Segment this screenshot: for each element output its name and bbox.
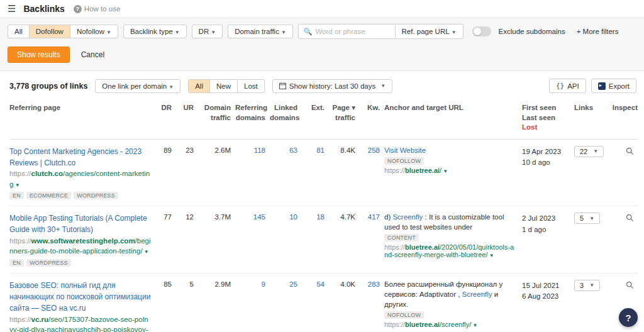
api-button[interactable]: {}API bbox=[549, 79, 586, 93]
col-referring-page[interactable]: Referring page bbox=[9, 103, 151, 113]
search-input[interactable] bbox=[316, 25, 390, 38]
col-links[interactable]: Links bbox=[574, 103, 607, 113]
anchor-link[interactable]: Visit Website bbox=[384, 147, 426, 154]
col-ext[interactable]: Ext. bbox=[302, 103, 325, 113]
table-row: Mobile App Testing Tutorials (A Complete… bbox=[9, 206, 638, 274]
inspect-magnifier-icon[interactable] bbox=[626, 213, 634, 224]
tag-badge: WORDPRESS bbox=[74, 192, 118, 199]
col-referring-domains[interactable]: Referring domains bbox=[235, 103, 265, 123]
tab-all[interactable]: All bbox=[189, 80, 210, 92]
referring-domains-value: 118 bbox=[235, 145, 265, 154]
last-seen-date: 1 d ago bbox=[522, 224, 570, 235]
filter-row: All Dofollow Nofollow▼ Backlink type▼ DR… bbox=[8, 24, 636, 39]
chevron-down-icon[interactable]: ▼ bbox=[471, 323, 477, 328]
seen-dates-cell: 15 Jul 20216 Aug 2023 bbox=[522, 279, 570, 302]
chevron-down-icon[interactable]: ▼ bbox=[13, 182, 19, 188]
referring-page-link[interactable]: Top Content Marketing Agencies - 2023 Re… bbox=[9, 147, 142, 167]
col-dr[interactable]: DR bbox=[155, 103, 172, 113]
linked-domains-value-link[interactable]: 10 bbox=[289, 213, 297, 221]
export-icon bbox=[598, 82, 606, 90]
ext-value-link[interactable]: 18 bbox=[316, 213, 325, 221]
help-bubble-button[interactable]: ? bbox=[619, 308, 638, 327]
referring-page-title: Mobile App Testing Tutorials (A Complete… bbox=[9, 212, 151, 235]
col-page-traffic[interactable]: Page ▾ traffic bbox=[329, 103, 355, 123]
anchor-target-cell: d) Screenfly : It is a customizable tool… bbox=[384, 212, 518, 258]
help-circle-icon: ? bbox=[74, 5, 82, 13]
first-seen-date: 19 Apr 2023 bbox=[522, 147, 570, 157]
chevron-down-icon[interactable]: ▼ bbox=[441, 169, 448, 174]
ext-value-link[interactable]: 81 bbox=[316, 147, 325, 154]
filter-nofollow[interactable]: Nofollow▼ bbox=[70, 25, 118, 38]
chevron-down-icon: ▼ bbox=[589, 216, 594, 221]
referring-page-link[interactable]: Базовое SEO: полный гид для начинающих п… bbox=[9, 281, 150, 313]
kw-value: 258 bbox=[360, 145, 380, 154]
cancel-button[interactable]: Cancel bbox=[81, 50, 104, 59]
col-anchor[interactable]: Anchor and target URL bbox=[384, 103, 518, 113]
show-results-button[interactable]: Show results bbox=[8, 47, 70, 63]
exclude-subdomains-toggle[interactable] bbox=[472, 26, 491, 36]
seen-dates-cell: 2 Jul 20231 d ago bbox=[522, 212, 570, 235]
kw-value-link[interactable]: 283 bbox=[368, 280, 380, 288]
anchor-link[interactable]: Screenfly bbox=[462, 290, 492, 298]
linked-domains-value-link[interactable]: 63 bbox=[289, 147, 297, 154]
ext-value-link[interactable]: 54 bbox=[316, 280, 325, 288]
tab-lost[interactable]: Lost bbox=[238, 80, 264, 92]
referring-domains-value-link[interactable]: 9 bbox=[262, 280, 265, 288]
linked-domains-value-link[interactable]: 25 bbox=[289, 280, 297, 288]
url-scheme: https:// bbox=[9, 237, 31, 245]
inspect-magnifier-icon[interactable] bbox=[626, 280, 634, 291]
url-scheme: https:// bbox=[384, 321, 405, 328]
last-seen-date: 10 d ago bbox=[522, 157, 570, 168]
tag-badge: CONTENT bbox=[384, 234, 419, 241]
kw-value-link[interactable]: 258 bbox=[368, 147, 380, 154]
url-path: /screenfly/ bbox=[440, 321, 471, 328]
filter-dofollow[interactable]: Dofollow bbox=[30, 25, 70, 38]
referring-page-link[interactable]: Mobile App Testing Tutorials (A Complete… bbox=[9, 214, 147, 234]
filter-all[interactable]: All bbox=[8, 25, 30, 38]
col-first-seen[interactable]: First seen Last seenLost bbox=[522, 103, 570, 133]
inspect-cell bbox=[611, 145, 638, 158]
url-domain: www.softwaretestinghelp.com bbox=[31, 237, 135, 245]
link-mode-dropdown[interactable]: One link per domain▼ bbox=[95, 79, 180, 93]
anchor-text: Visit Website bbox=[384, 145, 518, 155]
anchor-link[interactable]: Screenfly bbox=[392, 213, 423, 221]
links-count-dropdown[interactable]: 22▼ bbox=[574, 146, 604, 157]
backlink-type-dropdown[interactable]: Backlink type▼ bbox=[123, 25, 187, 38]
target-url[interactable]: https://bluetree.ai/ ▼ bbox=[384, 167, 518, 174]
referring-page-url[interactable]: https://vc.ru/seo/175307-bazovoe-seo-pol… bbox=[9, 314, 151, 332]
domain-traffic-dropdown[interactable]: Domain traffic▼ bbox=[228, 25, 293, 38]
referring-domains-value: 9 bbox=[235, 279, 265, 288]
table-header: Referring page DR UR Domain traffic Refe… bbox=[9, 99, 638, 140]
show-history-dropdown[interactable]: Show history: Last 30 days▼ bbox=[272, 79, 392, 93]
chevron-down-icon[interactable]: ▼ bbox=[487, 253, 494, 258]
referring-domains-value-link[interactable]: 118 bbox=[254, 147, 265, 154]
links-count-value: 5 bbox=[580, 214, 584, 222]
first-seen-date: 15 Jul 2021 bbox=[522, 280, 570, 291]
chevron-down-icon: ▼ bbox=[380, 83, 386, 89]
target-url[interactable]: https://bluetree.ai/2020/05/01/quirktool… bbox=[384, 243, 518, 258]
referring-page-url[interactable]: https://www.softwaretestinghelp.com/begi… bbox=[9, 236, 151, 257]
how-to-use-link[interactable]: ? How to use bbox=[74, 5, 121, 13]
links-count-dropdown[interactable]: 5▼ bbox=[574, 213, 600, 224]
dr-dropdown[interactable]: DR▼ bbox=[192, 25, 223, 38]
col-kw[interactable]: Kw. bbox=[360, 103, 380, 113]
referring-domains-value-link[interactable]: 145 bbox=[253, 213, 265, 221]
page-title: Backlinks bbox=[23, 4, 64, 14]
referring-page-cell: Top Content Marketing Agencies - 2023 Re… bbox=[9, 145, 151, 200]
ext-value: 54 bbox=[302, 279, 325, 288]
col-domain-traffic[interactable]: Domain traffic bbox=[198, 103, 231, 123]
inspect-magnifier-icon[interactable] bbox=[626, 147, 634, 157]
tab-new[interactable]: New bbox=[210, 80, 238, 92]
chevron-down-icon: ▼ bbox=[452, 30, 457, 35]
chevron-down-icon[interactable]: ▼ bbox=[143, 249, 149, 255]
links-count-dropdown[interactable]: 3▼ bbox=[574, 280, 600, 291]
referring-page-url[interactable]: https://clutch.co/agencies/content-marke… bbox=[9, 169, 151, 189]
col-linked-domains[interactable]: Linked domains bbox=[270, 103, 297, 123]
col-ur[interactable]: UR bbox=[176, 103, 194, 113]
ref-page-url-dropdown[interactable]: Ref. page URL▼ bbox=[395, 25, 463, 38]
kw-value-link[interactable]: 417 bbox=[368, 213, 380, 221]
more-filters-button[interactable]: + More filters bbox=[577, 28, 619, 35]
target-url[interactable]: https://bluetree.ai/screenfly/ ▼ bbox=[384, 321, 518, 328]
export-button[interactable]: Export bbox=[591, 79, 636, 93]
hamburger-menu-icon[interactable]: ☰ bbox=[8, 3, 16, 14]
